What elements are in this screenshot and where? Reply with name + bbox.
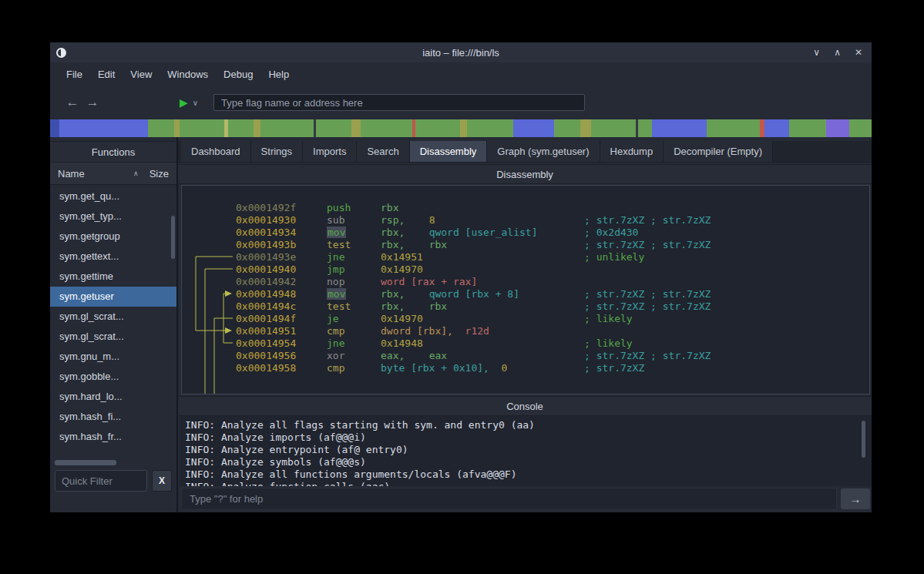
main-area: Functions Name ∧ Size sym.get_qu...sym.g… xyxy=(50,137,872,512)
console-vertical-scrollbar[interactable] xyxy=(862,421,865,458)
forward-icon[interactable]: → xyxy=(82,95,102,110)
disasm-address: 0x00014934 xyxy=(236,227,327,238)
disassembly-rows: 0x0001492fpushrbx0x00014930subrsp, 8; st… xyxy=(182,201,869,374)
function-list-item[interactable]: sym.hash_fr... xyxy=(50,427,176,447)
titlebar[interactable]: iaito – file:///bin/ls ∨ ∧ ✕ xyxy=(50,42,872,62)
disasm-mnemonic: test xyxy=(327,300,351,312)
tab-strings[interactable]: Strings xyxy=(251,141,303,162)
tab-graph-sym-getuser[interactable]: Graph (sym.getuser) xyxy=(487,141,600,162)
memory-map-segment xyxy=(351,119,361,137)
function-list: sym.get_qu...sym.get_typ...sym.getgroups… xyxy=(50,185,176,458)
disasm-row[interactable]: 0x00014956xoreax, eax; str.7zXZ ; str.7z… xyxy=(182,349,869,361)
console-command-input[interactable] xyxy=(181,488,837,510)
disasm-row[interactable]: 0x0001494fje0x14970; likely xyxy=(182,312,869,324)
functions-column-header[interactable]: Name ∧ Size xyxy=(50,163,176,185)
function-list-item[interactable]: sym.gettime xyxy=(50,267,176,287)
function-list-item[interactable]: sym.getuser xyxy=(50,287,176,307)
scrollbar-handle[interactable] xyxy=(55,460,116,465)
content-panel: DashboardStringsImportsSearchDisassembly… xyxy=(178,137,872,512)
memory-map-bar[interactable] xyxy=(50,119,872,137)
column-name[interactable]: Name xyxy=(58,168,133,180)
tab-dashboard[interactable]: Dashboard xyxy=(181,141,251,162)
disasm-row[interactable]: 0x00014958cmpbyte [rbx + 0x10], 0; str.7… xyxy=(182,361,869,374)
disasm-comment: ; str.7zXZ ; str.7zXZ xyxy=(584,300,869,312)
disasm-mnemonic-cell: cmp xyxy=(327,362,381,374)
memory-map-segment xyxy=(228,119,253,137)
disassembly-view[interactable]: 0x0001492fpushrbx0x00014930subrsp, 8; st… xyxy=(181,185,870,394)
tab-hexdump[interactable]: Hexdump xyxy=(600,141,664,162)
disasm-operand: r12d xyxy=(465,325,489,337)
play-dropdown-icon[interactable]: ∨ xyxy=(193,99,198,107)
close-icon[interactable]: ✕ xyxy=(855,47,862,58)
menu-item-file[interactable]: File xyxy=(59,65,90,83)
disasm-row[interactable]: 0x0001492fpushrbx xyxy=(182,201,869,213)
sort-ascending-icon[interactable]: ∧ xyxy=(133,170,139,177)
back-icon[interactable]: ← xyxy=(62,95,82,110)
function-list-item[interactable]: sym.gl_scrat... xyxy=(50,327,176,347)
disasm-operands: eax, eax xyxy=(381,350,584,361)
disasm-mnemonic-cell: mov xyxy=(327,288,381,300)
functions-vertical-scrollbar[interactable] xyxy=(171,216,175,259)
memory-map-segment xyxy=(789,119,826,137)
disasm-row[interactable]: 0x00014951cmpdword [rbx], r12d xyxy=(182,324,869,337)
menu-item-debug[interactable]: Debug xyxy=(216,65,260,83)
menu-item-windows[interactable]: Windows xyxy=(160,65,216,83)
disasm-row[interactable]: 0x00014942nopword [rax + rax] xyxy=(182,275,869,287)
disasm-row[interactable]: 0x0001493ejne0x14951; unlikely xyxy=(182,250,869,263)
disasm-mnemonic: nop xyxy=(327,276,344,287)
disasm-row[interactable]: 0x00014954jne0x14948; likely xyxy=(182,337,869,349)
functions-panel-footer xyxy=(50,494,176,512)
tab-search[interactable]: Search xyxy=(357,141,409,162)
disasm-operand: rbx, xyxy=(381,300,429,312)
disasm-mnemonic: xor xyxy=(327,350,344,361)
function-list-item[interactable]: sym.get_typ... xyxy=(50,206,176,227)
console-output[interactable]: INFO: Analyze all flags starting with sy… xyxy=(180,416,872,486)
menu-item-edit[interactable]: Edit xyxy=(90,65,123,83)
clear-filter-button[interactable]: X xyxy=(152,470,172,492)
disasm-mnemonic: sub xyxy=(327,214,344,226)
disasm-row[interactable]: 0x0001494ctestrbx, rbx; str.7zXZ ; str.7… xyxy=(182,300,869,312)
function-list-item[interactable]: sym.gl_scrat... xyxy=(50,307,176,327)
function-list-item[interactable]: sym.gobble... xyxy=(50,367,176,387)
disasm-row[interactable]: 0x00014940jmp0x14970 xyxy=(182,263,869,275)
console-send-button[interactable]: → xyxy=(841,488,870,509)
minimize-icon[interactable]: ∨ xyxy=(813,47,820,58)
comment-text: ; str.7zXZ ; str.7zXZ xyxy=(584,350,711,361)
function-list-item[interactable]: sym.gettext... xyxy=(50,247,176,267)
quick-filter-input[interactable] xyxy=(55,470,147,492)
tab-disassembly[interactable]: Disassembly xyxy=(410,141,488,162)
app-window: iaito – file:///bin/ls ∨ ∧ ✕ FileEditVie… xyxy=(50,42,872,512)
column-size[interactable]: Size xyxy=(150,168,169,180)
memory-map-segment xyxy=(59,119,148,137)
disasm-operand: 0x14951 xyxy=(381,251,423,263)
functions-horizontal-scrollbar[interactable] xyxy=(50,458,176,468)
disasm-operand: 0x14970 xyxy=(381,264,423,275)
disasm-operand: 0x14948 xyxy=(381,337,423,349)
console-panel-title: Console xyxy=(178,396,872,416)
tab-imports[interactable]: Imports xyxy=(303,141,357,162)
disasm-mnemonic: jne xyxy=(327,251,344,263)
disasm-mnemonic: mov xyxy=(327,288,346,300)
debug-play-icon[interactable]: ▶ xyxy=(180,96,188,109)
disasm-row[interactable]: 0x00014930subrsp, 8; str.7zXZ ; str.7zXZ xyxy=(182,213,869,226)
function-list-item[interactable]: sym.hash_fi... xyxy=(50,407,176,427)
menu-item-view[interactable]: View xyxy=(123,65,160,83)
tab-decompiler-empty[interactable]: Decompiler (Empty) xyxy=(664,141,773,162)
functions-panel: Functions Name ∧ Size sym.get_qu...sym.g… xyxy=(50,137,178,512)
address-search-input[interactable] xyxy=(213,94,585,111)
comment-text: ; str.7zXZ ; str.7zXZ xyxy=(584,288,711,300)
disasm-operand: rbx xyxy=(381,202,398,213)
menu-item-help[interactable]: Help xyxy=(260,65,297,83)
disasm-row[interactable]: 0x0001493btestrbx, rbx; str.7zXZ ; str.7… xyxy=(182,238,869,250)
function-list-item[interactable]: sym.gnu_m... xyxy=(50,347,176,367)
disasm-row[interactable]: 0x00014948movrbx, qword [rbx + 8]; str.7… xyxy=(182,287,869,300)
disasm-operands: rbx, rbx xyxy=(381,300,584,312)
disasm-comment: ; 0x2d430 xyxy=(584,227,869,238)
function-list-item[interactable]: sym.get_qu... xyxy=(50,186,176,206)
quick-filter-row: X xyxy=(50,468,176,494)
maximize-icon[interactable]: ∧ xyxy=(834,47,841,58)
function-list-item[interactable]: sym.hard_lo... xyxy=(50,387,176,407)
disasm-row[interactable]: 0x00014934movrbx, qword [user_alist]; 0x… xyxy=(182,226,869,238)
function-list-item[interactable]: sym.getgroup xyxy=(50,227,176,247)
disasm-mnemonic-cell: nop xyxy=(327,276,381,287)
